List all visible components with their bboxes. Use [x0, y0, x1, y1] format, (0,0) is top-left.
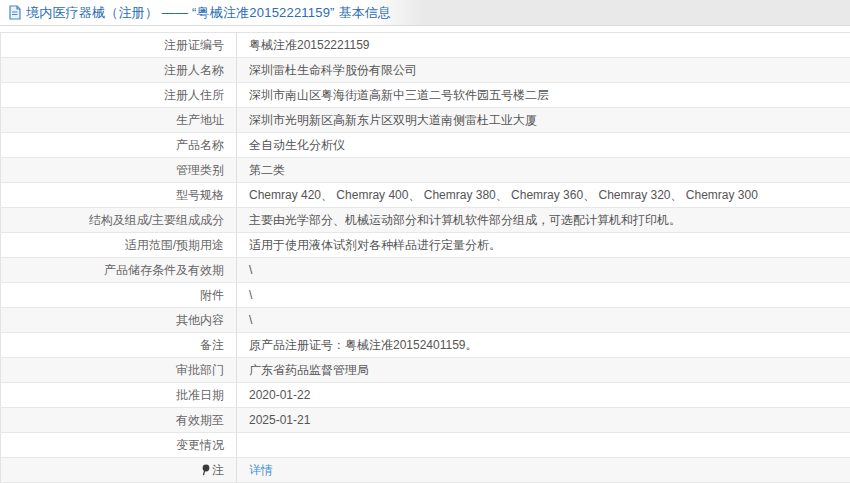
table-row: 其他内容\ [1, 308, 850, 333]
row-label: 其他内容 [1, 308, 237, 333]
row-value: \ [237, 308, 850, 333]
row-value: 粤械注准20152221159 [237, 33, 850, 58]
row-value: \ [237, 258, 850, 283]
table-row: 审批部门广东省药品监督管理局 [1, 358, 850, 383]
table-row: 注册人名称深圳雷杜生命科学股份有限公司 [1, 58, 850, 83]
table-row: 注册证编号粤械注准20152221159 [1, 33, 850, 58]
row-label: 注册证编号 [1, 33, 237, 58]
row-label: 批准日期 [1, 383, 237, 408]
table-row: 适用范围/预期用途适用于使用液体试剂对各种样品进行定量分析。 [1, 233, 850, 258]
page-title: 境内医疗器械（注册） —— “粤械注准20152221159” 基本信息 [26, 4, 391, 22]
row-label: 生产地址 [1, 108, 237, 133]
note-details-link[interactable]: 详情 [249, 463, 273, 477]
table-row: 注册人住所深圳市南山区粤海街道高新中三道二号软件园五号楼二层 [1, 83, 850, 108]
row-label: 产品名称 [1, 133, 237, 158]
row-value: \ [237, 283, 850, 308]
registration-info-table: 注册证编号粤械注准20152221159注册人名称深圳雷杜生命科学股份有限公司注… [0, 32, 850, 483]
row-value: 深圳市光明新区高新东片区双明大道南侧雷杜工业大厦 [237, 108, 850, 133]
row-label: 备注 [1, 333, 237, 358]
row-value: 深圳市南山区粤海街道高新中三道二号软件园五号楼二层 [237, 83, 850, 108]
row-value: 2025-01-21 [237, 408, 850, 433]
table-row: 附件\ [1, 283, 850, 308]
table-row: 有效期至2025-01-21 [1, 408, 850, 433]
row-value: 2020-01-22 [237, 383, 850, 408]
row-label: 产品储存条件及有效期 [1, 258, 237, 283]
table-row: 备注原产品注册证号：粤械注准20152401159。 [1, 333, 850, 358]
row-label: 管理类别 [1, 158, 237, 183]
pin-icon [201, 464, 210, 479]
row-value: 全自动生化分析仪 [237, 133, 850, 158]
row-label: 注册人住所 [1, 83, 237, 108]
row-label: 附件 [1, 283, 237, 308]
row-value: 主要由光学部分、机械运动部分和计算机软件部分组成，可选配计算机和打印机。 [237, 208, 850, 233]
page-header: 境内医疗器械（注册） —— “粤械注准20152221159” 基本信息 [0, 0, 850, 26]
row-value [237, 433, 850, 458]
row-label: 结构及组成/主要组成成分 [1, 208, 237, 233]
row-value: 广东省药品监督管理局 [237, 358, 850, 383]
table-row: 产品名称全自动生化分析仪 [1, 133, 850, 158]
table-row: 产品储存条件及有效期\ [1, 258, 850, 283]
row-label: 有效期至 [1, 408, 237, 433]
row-value: 第二类 [237, 158, 850, 183]
table-row: 注详情 [1, 458, 850, 483]
document-icon [8, 5, 21, 20]
row-label: 型号规格 [1, 183, 237, 208]
row-label: 审批部门 [1, 358, 237, 383]
row-label: 注册人名称 [1, 58, 237, 83]
table-row: 生产地址深圳市光明新区高新东片区双明大道南侧雷杜工业大厦 [1, 108, 850, 133]
row-label: 适用范围/预期用途 [1, 233, 237, 258]
table-row: 变更情况 [1, 433, 850, 458]
table-row: 型号规格Chemray 420、 Chemray 400、 Chemray 38… [1, 183, 850, 208]
row-value: 适用于使用液体试剂对各种样品进行定量分析。 [237, 233, 850, 258]
row-value: 原产品注册证号：粤械注准20152401159。 [237, 333, 850, 358]
table-row: 结构及组成/主要组成成分主要由光学部分、机械运动部分和计算机软件部分组成，可选配… [1, 208, 850, 233]
row-label: 注 [1, 458, 237, 483]
row-value: Chemray 420、 Chemray 400、 Chemray 380、 C… [237, 183, 850, 208]
row-label: 变更情况 [1, 433, 237, 458]
table-row: 管理类别第二类 [1, 158, 850, 183]
row-value: 详情 [237, 458, 850, 483]
row-value: 深圳雷杜生命科学股份有限公司 [237, 58, 850, 83]
table-row: 批准日期2020-01-22 [1, 383, 850, 408]
